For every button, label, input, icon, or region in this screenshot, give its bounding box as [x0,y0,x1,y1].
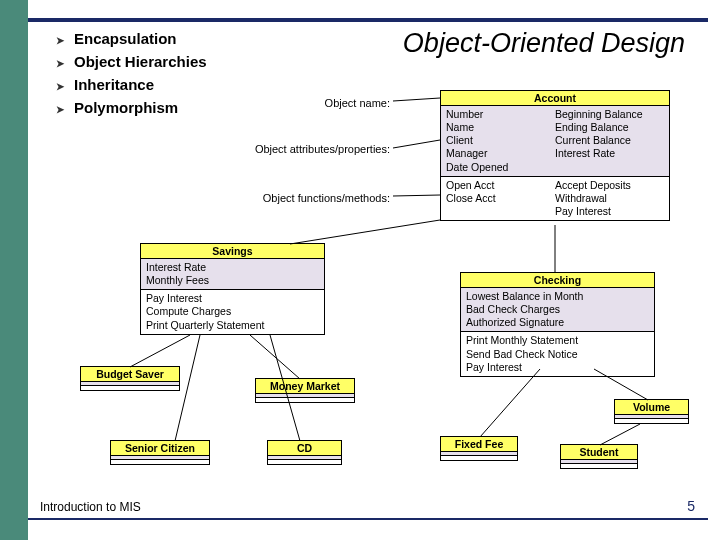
class-checking-attrs: Lowest Balance in Month Bad Check Charge… [461,288,654,332]
class-cd: CD [267,440,342,465]
class-money-market-methods [256,398,354,402]
bullet-inheritance: Inheritance [56,76,207,93]
account-attrs-left: Number Name Client Manager Date Opened [446,108,555,174]
left-decor-stripe [0,0,28,540]
class-senior-citizen: Senior Citizen [110,440,210,465]
bullet-polymorphism: Polymorphism [56,99,207,116]
label-object-attrs: Object attributes/properties: [220,143,390,155]
label-object-name: Object name: [260,97,390,109]
svg-line-6 [250,335,300,379]
class-student-name: Student [561,445,637,460]
svg-line-5 [130,335,190,367]
footer-page-number: 5 [687,498,695,514]
class-volume-name: Volume [615,400,688,415]
class-account-methods: Open Acct Close Acct Accept Deposits Wit… [441,177,669,220]
svg-line-1 [393,140,440,148]
account-methods-right: Accept Deposits Withdrawal Pay Interest [555,179,664,218]
class-savings: Savings Interest Rate Monthly Fees Pay I… [140,243,325,335]
page-title: Object-Oriented Design [403,28,685,59]
class-savings-name: Savings [141,244,324,259]
class-checking-name: Checking [461,273,654,288]
class-savings-methods: Pay Interest Compute Charges Print Quart… [141,290,324,333]
top-rule [28,18,708,22]
svg-line-9 [480,369,540,437]
class-student-methods [561,464,637,468]
class-senior-citizen-name: Senior Citizen [111,441,209,456]
account-methods-left: Open Acct Close Acct [446,179,555,218]
label-object-methods: Object functions/methods: [230,192,390,204]
class-account-name: Account [441,91,669,106]
svg-line-0 [393,98,440,101]
class-fixed-fee-name: Fixed Fee [441,437,517,452]
class-volume-methods [615,419,688,423]
class-savings-attrs: Interest Rate Monthly Fees [141,259,324,290]
class-account-attrs: Number Name Client Manager Date Opened B… [441,106,669,177]
class-money-market-name: Money Market [256,379,354,394]
footer-left: Introduction to MIS [40,500,141,514]
concepts-list: Encapsulation Object Hierarchies Inherit… [56,30,207,122]
class-senior-citizen-methods [111,460,209,464]
class-account: Account Number Name Client Manager Date … [440,90,670,221]
svg-line-3 [290,220,440,244]
class-money-market: Money Market [255,378,355,403]
class-volume: Volume [614,399,689,424]
class-cd-methods [268,460,341,464]
bottom-rule [28,518,708,520]
svg-line-2 [393,195,440,196]
class-fixed-fee: Fixed Fee [440,436,518,461]
class-checking: Checking Lowest Balance in Month Bad Che… [460,272,655,377]
class-student: Student [560,444,638,469]
class-budget-saver-methods [81,386,179,390]
class-fixed-fee-methods [441,456,517,460]
bullet-hierarchies: Object Hierarchies [56,53,207,70]
account-attrs-right: Beginning Balance Ending Balance Current… [555,108,664,174]
class-checking-methods: Print Monthly Statement Send Bad Check N… [461,332,654,375]
bullet-encapsulation: Encapsulation [56,30,207,47]
class-cd-name: CD [268,441,341,456]
class-budget-saver-name: Budget Saver [81,367,179,382]
class-budget-saver: Budget Saver [80,366,180,391]
svg-line-11 [600,424,640,445]
